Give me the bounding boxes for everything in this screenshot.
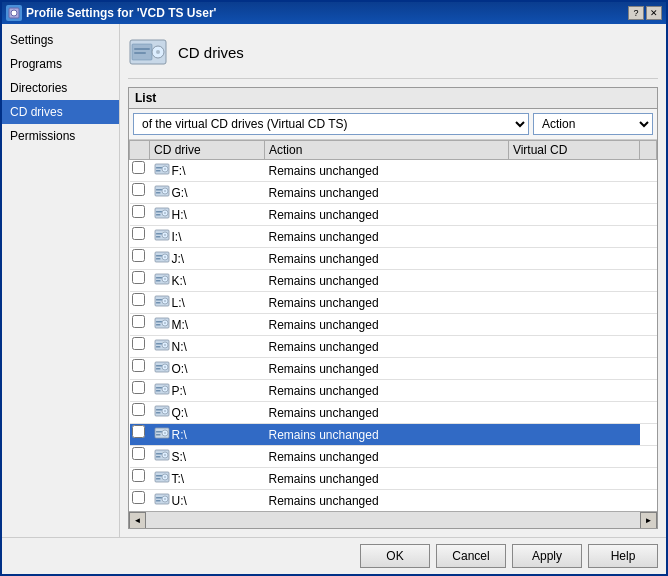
checkbox-cell (130, 204, 148, 219)
action-label: Remains unchanged (265, 358, 509, 380)
cd-drive-icon (154, 403, 170, 422)
action-label: Remains unchanged (265, 446, 509, 468)
checkbox-cell (130, 380, 148, 395)
table-row[interactable]: T:\Remains unchanged (130, 468, 657, 490)
table-container[interactable]: CD drive Action Virtual CD F:\Remains un… (129, 140, 657, 511)
sidebar-item-cd-drives[interactable]: CD drives (2, 100, 119, 124)
drive-checkbox[interactable] (132, 381, 145, 394)
checkbox-cell (130, 226, 148, 241)
table-row[interactable]: U:\Remains unchanged (130, 490, 657, 512)
action-dropdown-wrapper: Action (533, 113, 653, 135)
svg-rect-76 (156, 453, 162, 455)
svg-rect-6 (134, 48, 150, 50)
drive-checkbox[interactable] (132, 447, 145, 460)
page-title: CD drives (178, 44, 244, 61)
drive-checkbox[interactable] (132, 227, 145, 240)
virtual-cd-label (508, 468, 639, 490)
ok-button[interactable]: OK (360, 544, 430, 568)
h-scroll-right[interactable]: ► (640, 512, 657, 529)
drive-checkbox[interactable] (132, 315, 145, 328)
checkbox-cell (130, 248, 148, 263)
drive-name: T:\ (172, 472, 185, 486)
table-row[interactable]: G:\Remains unchanged (130, 182, 657, 204)
table-row[interactable]: R:\Remains unchanged (130, 424, 657, 446)
action-label: Remains unchanged (265, 336, 509, 358)
drive-label: U:\ (150, 490, 265, 512)
action-label: Remains unchanged (265, 204, 509, 226)
drive-checkbox[interactable] (132, 205, 145, 218)
table-row[interactable]: J:\Remains unchanged (130, 248, 657, 270)
col-virtual-cd: Virtual CD (508, 141, 639, 160)
action-label: Remains unchanged (265, 424, 509, 446)
svg-point-5 (156, 50, 160, 54)
drive-checkbox[interactable] (132, 161, 145, 174)
apply-button[interactable]: Apply (512, 544, 582, 568)
drive-name: H:\ (172, 208, 187, 222)
drive-checkbox[interactable] (132, 293, 145, 306)
drive-name: O:\ (172, 362, 188, 376)
sidebar-item-permissions[interactable]: Permissions (2, 124, 119, 148)
h-scroll-track[interactable] (146, 512, 640, 529)
table-row[interactable]: M:\Remains unchanged (130, 314, 657, 336)
cd-drive-icon (154, 271, 170, 290)
drive-label: F:\ (150, 160, 265, 182)
footer-buttons: OK Cancel Apply Help (2, 537, 666, 574)
title-bar-left: Profile Settings for 'VCD TS User' (6, 5, 216, 21)
action-label: Remains unchanged (265, 226, 509, 248)
action-label: Remains unchanged (265, 490, 509, 512)
svg-point-85 (164, 498, 166, 500)
table-row[interactable]: L:\Remains unchanged (130, 292, 657, 314)
drive-name: J:\ (172, 252, 185, 266)
cancel-button[interactable]: Cancel (436, 544, 506, 568)
virtual-cd-label (508, 292, 639, 314)
svg-rect-27 (156, 236, 161, 238)
svg-point-35 (164, 278, 166, 280)
title-buttons: ? ✕ (628, 6, 662, 20)
svg-rect-51 (156, 343, 162, 345)
close-button[interactable]: ✕ (646, 6, 662, 20)
drive-name: U:\ (172, 494, 187, 508)
svg-rect-17 (156, 192, 161, 194)
table-row[interactable]: K:\Remains unchanged (130, 270, 657, 292)
svg-point-65 (164, 410, 166, 412)
svg-point-70 (164, 432, 166, 434)
virtual-cd-label (508, 182, 639, 204)
h-scroll-left[interactable]: ◄ (129, 512, 146, 529)
table-row[interactable]: F:\Remains unchanged (130, 160, 657, 182)
sidebar-item-settings[interactable]: Settings (2, 28, 119, 52)
table-row[interactable]: O:\Remains unchanged (130, 358, 657, 380)
drive-checkbox[interactable] (132, 249, 145, 262)
table-row[interactable]: N:\Remains unchanged (130, 336, 657, 358)
drive-name: Q:\ (172, 406, 188, 420)
drive-checkbox[interactable] (132, 337, 145, 350)
action-dropdown[interactable]: Action (533, 113, 653, 135)
help-footer-button[interactable]: Help (588, 544, 658, 568)
drive-checkbox[interactable] (132, 491, 145, 504)
drive-checkbox[interactable] (132, 403, 145, 416)
help-button[interactable]: ? (628, 6, 644, 20)
svg-point-60 (164, 388, 166, 390)
table-row[interactable]: I:\Remains unchanged (130, 226, 657, 248)
filter-dropdown[interactable]: of the virtual CD drives (Virtual CD TS) (133, 113, 529, 135)
table-row[interactable]: S:\Remains unchanged (130, 446, 657, 468)
checkbox-cell (130, 336, 148, 351)
drive-checkbox[interactable] (132, 183, 145, 196)
sidebar-item-directories[interactable]: Directories (2, 76, 119, 100)
drive-label: I:\ (150, 226, 265, 248)
table-row[interactable]: P:\Remains unchanged (130, 380, 657, 402)
virtual-cd-label (508, 160, 639, 182)
svg-rect-71 (156, 431, 162, 433)
table-row[interactable]: Q:\Remains unchanged (130, 402, 657, 424)
drive-label: L:\ (150, 292, 265, 314)
drive-checkbox[interactable] (132, 425, 145, 438)
action-label: Remains unchanged (265, 468, 509, 490)
drive-checkbox[interactable] (132, 469, 145, 482)
table-row[interactable]: H:\Remains unchanged (130, 204, 657, 226)
drive-checkbox[interactable] (132, 271, 145, 284)
sidebar-item-programs[interactable]: Programs (2, 52, 119, 76)
svg-rect-82 (156, 478, 161, 480)
list-section: List of the virtual CD drives (Virtual C… (128, 87, 658, 529)
drive-checkbox[interactable] (132, 359, 145, 372)
svg-rect-61 (156, 387, 162, 389)
drive-label: O:\ (150, 358, 265, 380)
